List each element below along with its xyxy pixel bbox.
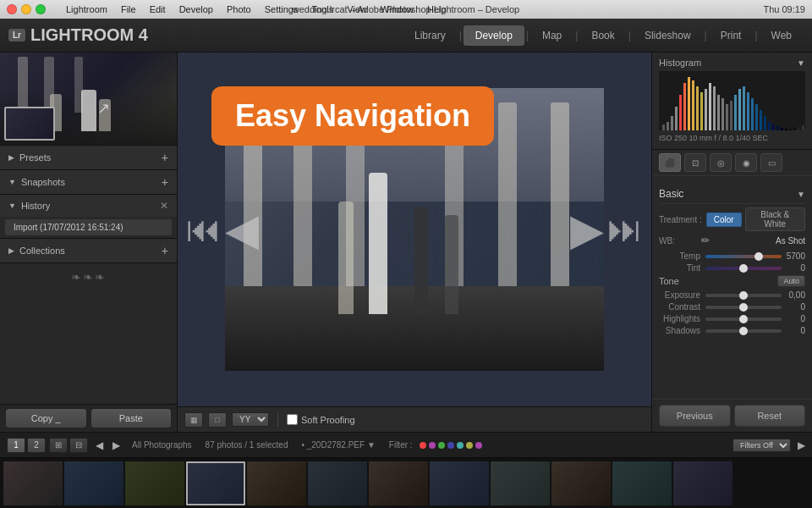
copy-paste-bar: Copy _ Paste [0, 404, 177, 432]
menu-photo[interactable]: Photo [220, 4, 258, 14]
film-thumb-7[interactable] [369, 461, 428, 505]
bw-treatment-button[interactable]: Black & White [745, 207, 805, 231]
exposure-thumb[interactable] [739, 291, 748, 300]
tint-value: 0 [782, 263, 805, 273]
redeye-button[interactable]: ◉ [735, 153, 757, 172]
presets-label: Presets [19, 152, 162, 163]
strip-prev-arrow-icon[interactable]: ◀ [91, 438, 107, 453]
shadows-thumb[interactable] [739, 327, 748, 335]
next-arrow-icon[interactable]: ▶ [570, 204, 604, 255]
collections-header[interactable]: ▶ Collections + [0, 239, 177, 262]
presets-header[interactable]: ▶ Presets + [0, 146, 177, 169]
shadows-slider[interactable] [705, 329, 782, 333]
film-thumb-12[interactable] [673, 461, 732, 505]
red-filter-dot[interactable] [420, 442, 426, 449]
eyedropper-icon[interactable]: ✏ [701, 235, 710, 246]
temp-thumb[interactable] [754, 252, 763, 261]
thumb-image-8 [430, 461, 489, 505]
film-thumb-10[interactable] [551, 461, 611, 505]
strip-next-arrow-icon[interactable]: ▶ [108, 438, 123, 453]
history-arrow: ▼ [8, 202, 16, 210]
collapse-strip-icon[interactable]: ▶ [798, 439, 805, 451]
presets-add-icon[interactable]: + [162, 151, 168, 164]
tint-slider[interactable] [705, 267, 782, 270]
histogram-title: Histogram [659, 58, 701, 68]
magenta-filter-dot[interactable] [475, 442, 482, 449]
green-filter-dot[interactable] [438, 442, 445, 449]
history-close-icon[interactable]: ✕ [160, 200, 168, 212]
main-area: ↗ ▶ Presets + ▼ Snapshots + ▼ History ✕ [0, 52, 812, 432]
grid-view-icon[interactable]: ⊞ [49, 438, 68, 453]
previous-button[interactable]: Previous [659, 405, 731, 427]
film-thumb-5[interactable] [247, 461, 306, 505]
yellow-filter-dot[interactable] [466, 442, 473, 449]
image-nav-right[interactable]: ▶ ⏭ [570, 204, 643, 255]
filters-off-select[interactable]: Filters Off [732, 439, 791, 452]
tab-book[interactable]: Book [579, 25, 626, 46]
basic-chevron-icon[interactable]: ▼ [797, 190, 805, 199]
tab-develop[interactable]: Develop [464, 25, 524, 46]
zoom-select[interactable]: YY [232, 412, 269, 427]
prev-prev-arrow-icon[interactable]: ⏮ [186, 209, 222, 250]
cyan-filter-dot[interactable] [457, 442, 464, 449]
blue-filter-dot[interactable] [447, 442, 454, 449]
page-2-button[interactable]: 2 [27, 438, 46, 453]
tab-web[interactable]: Web [760, 25, 804, 46]
film-thumb-1[interactable] [3, 461, 63, 505]
grad-filter-button[interactable]: ▭ [760, 153, 782, 172]
history-header[interactable]: ▼ History ✕ [0, 195, 177, 217]
paste-button[interactable]: Paste [91, 408, 173, 428]
page-1-button[interactable]: 1 [7, 438, 25, 453]
prev-arrow-icon[interactable]: ◀ [225, 204, 259, 255]
survey-view-icon[interactable]: ⊟ [69, 438, 88, 453]
window-title: wedding.lrcat – Adobe Photoshop Lightroo… [293, 4, 519, 14]
snapshots-add-icon[interactable]: + [162, 175, 168, 189]
exposure-slider[interactable] [705, 294, 782, 297]
tab-map[interactable]: Map [530, 25, 573, 46]
maximize-button[interactable] [36, 4, 46, 14]
soft-proofing-checkbox[interactable] [287, 414, 298, 425]
film-thumb-11[interactable] [612, 461, 672, 505]
menu-lightroom[interactable]: Lightroom [59, 4, 114, 14]
film-thumb-9[interactable] [491, 461, 550, 505]
basic-tool-button[interactable]: ⬛ [659, 153, 681, 172]
film-thumb-4[interactable] [186, 461, 245, 505]
purple-filter-dot[interactable] [429, 442, 436, 449]
temp-slider[interactable] [705, 255, 782, 258]
color-treatment-button[interactable]: Color [706, 213, 742, 227]
loupe-view-button[interactable]: □ [208, 412, 227, 428]
highlights-slider[interactable] [705, 318, 782, 321]
snapshots-header[interactable]: ▼ Snapshots + [0, 170, 177, 194]
soft-proofing-toggle[interactable]: Soft Proofing [287, 414, 355, 425]
minimize-button[interactable] [21, 4, 31, 14]
grid-view-button[interactable]: ▦ [184, 412, 203, 428]
basic-section-header: Basic ▼ [659, 185, 805, 204]
presets-arrow: ▶ [8, 153, 14, 162]
contrast-thumb[interactable] [739, 303, 748, 312]
auto-tone-button[interactable]: Auto [777, 275, 805, 287]
highlights-thumb[interactable] [739, 315, 748, 323]
reset-button[interactable]: Reset [734, 405, 806, 427]
tab-print[interactable]: Print [709, 25, 754, 46]
menu-develop[interactable]: Develop [173, 4, 220, 14]
copy-button[interactable]: Copy _ [5, 408, 87, 428]
histogram-chevron-icon[interactable]: ▼ [797, 58, 805, 68]
next-next-arrow-icon[interactable]: ⏭ [607, 209, 643, 250]
spot-removal-button[interactable]: ◎ [710, 153, 732, 172]
crop-tool-button[interactable]: ⊡ [684, 153, 706, 172]
film-thumb-6[interactable] [308, 461, 367, 505]
preview-thumbnail[interactable] [4, 107, 55, 141]
menu-edit[interactable]: Edit [143, 4, 173, 14]
film-thumb-3[interactable] [125, 461, 184, 505]
film-thumb-8[interactable] [430, 461, 489, 505]
image-nav-left[interactable]: ⏮ ◀ [186, 204, 259, 255]
collections-add-icon[interactable]: + [162, 244, 168, 257]
tab-slideshow[interactable]: Slideshow [633, 25, 703, 46]
contrast-slider[interactable] [705, 306, 782, 309]
film-thumb-2[interactable] [64, 461, 123, 505]
close-button[interactable] [7, 4, 17, 14]
tab-library[interactable]: Library [403, 25, 458, 46]
history-item[interactable]: Import (17/07/2012 16:51:24) [5, 219, 172, 235]
menu-file[interactable]: File [114, 4, 143, 14]
tint-thumb[interactable] [739, 264, 748, 273]
